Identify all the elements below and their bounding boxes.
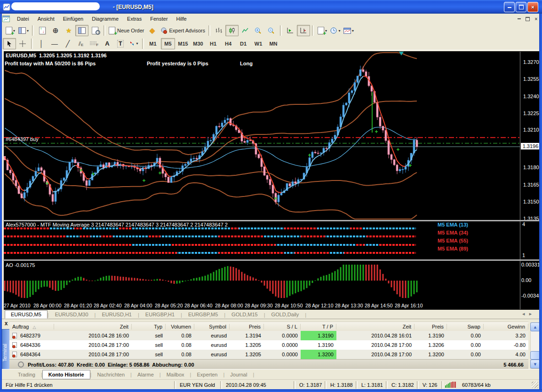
- menu-item-hilfe[interactable]: Hilfe: [172, 15, 191, 23]
- timeframe-m1[interactable]: M1: [146, 38, 160, 49]
- cursor-tool-button[interactable]: [3, 38, 16, 49]
- table-row[interactable]: 64843362010.04.28 17:00sell0.08eurusd1.3…: [9, 340, 528, 350]
- tick-chart-button[interactable]: ↑↓: [36, 25, 49, 36]
- window-minimize-button[interactable]: [504, 2, 515, 12]
- terminal-tab-alarme[interactable]: Alarme: [132, 370, 159, 379]
- line-chart-button[interactable]: [239, 25, 252, 36]
- terminal-tab-nachrichten[interactable]: Nachrichten: [91, 370, 130, 379]
- column-header-preis2[interactable]: Preis: [414, 324, 447, 329]
- chart-tab-eurusd-m30[interactable]: EURUSD,M30: [49, 310, 95, 319]
- chart-tab-eurusd-h1[interactable]: EURUSD,H1: [96, 310, 138, 319]
- new-chart-button[interactable]: +▾: [4, 25, 17, 36]
- channel-tool[interactable]: ⫽E: [74, 38, 88, 49]
- timeframe-m5[interactable]: M5: [161, 38, 175, 49]
- cell-sl: 0.0000: [264, 340, 301, 350]
- scrollbar-thumb[interactable]: [530, 351, 540, 360]
- orders-table-header[interactable]: Auftrag△ZeitTypVolumenSymbolPreisS / LT …: [9, 321, 528, 332]
- timeframe-d1[interactable]: D1: [236, 38, 250, 49]
- scroll-up-button[interactable]: ▲: [530, 322, 540, 331]
- column-header-swap[interactable]: Swap: [447, 324, 484, 329]
- menu-item-datei[interactable]: Datei: [13, 15, 33, 23]
- text-tool[interactable]: A: [101, 38, 114, 49]
- scroll-down-button[interactable]: ▼: [530, 360, 540, 368]
- favorites-button[interactable]: ★: [62, 25, 75, 36]
- vertical-line-tool[interactable]: │: [35, 38, 48, 49]
- metaeditor-button[interactable]: ◆: [146, 25, 159, 36]
- chart-tab-gold-m15[interactable]: GOLD,M15: [225, 310, 264, 319]
- terminal-tab-mailbox[interactable]: Mailbox: [161, 370, 190, 379]
- subwindow-separator[interactable]: [3, 220, 539, 221]
- data-window-button[interactable]: [88, 25, 102, 36]
- column-header-typ[interactable]: Typ: [132, 324, 166, 329]
- cell-preis: 1.3205: [230, 350, 264, 359]
- chart-shift-button[interactable]: [297, 25, 310, 36]
- timeframe-h1[interactable]: H1: [206, 38, 220, 49]
- menu-item-diagramme[interactable]: Diagramme: [88, 15, 123, 23]
- table-row[interactable]: 64843642010.04.28 17:00sell0.08eurusd1.3…: [9, 350, 528, 359]
- expert-advisors-button[interactable]: Expert Advisors: [159, 25, 207, 36]
- cell-symbol: eurusd: [194, 350, 230, 359]
- timeframe-mn[interactable]: MN: [266, 38, 280, 49]
- chart-tab-eurgbp-h1[interactable]: EURGBP,H1: [139, 310, 181, 319]
- chart-tab-eurgbp-m5[interactable]: EURGBP,M5: [182, 310, 224, 319]
- menu-item-ansicht[interactable]: Ansicht: [33, 15, 59, 23]
- terminal-close-button[interactable]: x: [3, 321, 9, 327]
- ao-axis-label: 0.00: [521, 277, 531, 283]
- subwindow-separator[interactable]: [3, 259, 539, 261]
- cell-auftrag: 6482379: [9, 331, 54, 340]
- templates-button[interactable]: ▾: [342, 25, 355, 36]
- column-header-preis[interactable]: Preis: [230, 324, 264, 329]
- timeframe-h4[interactable]: H4: [221, 38, 235, 49]
- window-frame: [0, 389, 542, 392]
- periods-button[interactable]: ▾: [329, 25, 342, 36]
- column-header-zeit[interactable]: Zeit: [54, 324, 132, 329]
- column-header-zeit2[interactable]: Zeit: [336, 324, 414, 329]
- terminal-tab-journal[interactable]: Journal: [224, 370, 253, 379]
- trendline-tool[interactable]: ╱: [61, 38, 74, 49]
- auto-scroll-button[interactable]: [284, 25, 297, 36]
- arrow-object-icon[interactable]: [399, 52, 404, 55]
- table-row[interactable]: 64823792010.04.28 16:00sell0.08eurusd1.3…: [9, 331, 528, 340]
- status-high: H: 1.3188: [327, 382, 356, 388]
- column-header-tp[interactable]: T / P: [301, 324, 336, 329]
- crosshair-tool-button[interactable]: [16, 38, 29, 49]
- bar-chart-button[interactable]: [212, 25, 225, 36]
- column-header-sl[interactable]: S / L: [264, 324, 301, 329]
- column-header-gewinn[interactable]: Gewinn: [484, 324, 528, 329]
- timeframe-w1[interactable]: W1: [251, 38, 265, 49]
- candlestick-chart-button[interactable]: [225, 25, 239, 36]
- menu-item-einfügen[interactable]: Einfügen: [59, 15, 88, 23]
- column-header-volumen[interactable]: Volumen: [166, 324, 194, 329]
- chart-tab-gold-daily[interactable]: GOLD,Daily: [265, 310, 305, 319]
- zoom-in-button[interactable]: [252, 25, 265, 36]
- text-label-tool[interactable]: T: [114, 38, 127, 49]
- indicators-button[interactable]: +▾: [316, 25, 329, 36]
- column-header-auftrag[interactable]: Auftrag△: [9, 324, 54, 329]
- line-studies-toolbar: │ — ╱ ⫽E F A T ▾ M1M5M15M30H1H4D1W1MN: [0, 37, 542, 50]
- timeframe-m30[interactable]: M30: [191, 38, 205, 49]
- timeframe-m15[interactable]: M15: [176, 38, 190, 49]
- chart-tab-eurusd-m5[interactable]: EURUSD,M5: [5, 310, 48, 319]
- price-tick: 1.3225: [523, 110, 539, 116]
- resize-grip[interactable]: [532, 382, 538, 388]
- ao-indicator-chart[interactable]: [4, 261, 520, 301]
- menu-item-fenster[interactable]: Fenster: [146, 15, 172, 23]
- tab-scroll-arrows[interactable]: ◄►: [521, 312, 535, 316]
- cell-volumen: 0.08: [166, 340, 194, 350]
- column-header-symbol[interactable]: Symbol: [194, 324, 230, 329]
- main-price-chart[interactable]: [4, 52, 520, 220]
- new-order-button[interactable]: +Neue Order: [107, 25, 145, 36]
- navigator-toggle-button[interactable]: [75, 25, 88, 36]
- profiles-button[interactable]: ▾: [17, 25, 30, 36]
- terminal-tab-trading[interactable]: Trading: [12, 370, 41, 379]
- chart-window-icon: [2, 16, 10, 22]
- terminal-tab-konto-historie[interactable]: Konto Historie: [42, 370, 90, 379]
- chart-tab-bar: EURUSD,M5|EURUSD,M30|EURUSD,H1|EURGBP,H1…: [2, 310, 539, 319]
- fibonacci-tool[interactable]: F: [88, 38, 101, 49]
- terminal-tab-experten[interactable]: Experten: [191, 370, 223, 379]
- crosshair-mode-button[interactable]: ⊕: [49, 25, 62, 36]
- horizontal-line-tool[interactable]: —: [48, 38, 61, 49]
- arrows-tool[interactable]: ▾: [127, 38, 140, 49]
- zoom-out-button[interactable]: [265, 25, 278, 36]
- menu-item-extras[interactable]: Extras: [123, 15, 146, 23]
